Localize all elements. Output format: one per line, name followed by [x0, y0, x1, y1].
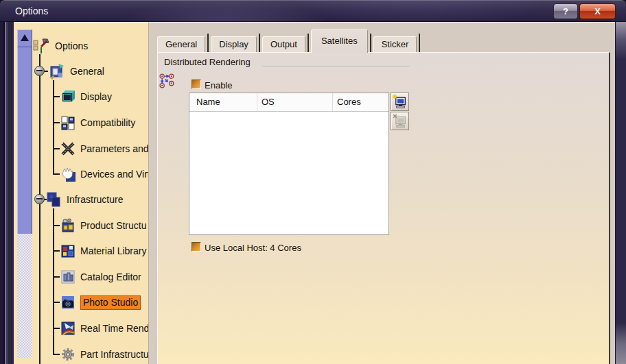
tree-item-infrastructure[interactable]: Infrastructure: [45, 191, 123, 208]
tree-item-part-infrastructure[interactable]: Part Infrastructu: [60, 345, 148, 363]
satellites-table-header: Name OS Cores: [189, 93, 389, 112]
tree-item-product-structure[interactable]: Product Structu: [60, 217, 147, 234]
tree-connector-line: [53, 148, 60, 149]
tree-item-label: Part Infrastructu: [80, 349, 148, 360]
tree-scrollbar: [17, 29, 32, 358]
satellites-tab-page: Distributed Rendering: [157, 52, 610, 364]
tree-item-general[interactable]: General: [48, 62, 104, 80]
expand-handle-general[interactable]: [34, 66, 45, 76]
tree-item-label: Catalog Editor: [80, 271, 141, 282]
enable-checkbox[interactable]: [192, 80, 201, 89]
photo-studio-icon: [60, 294, 76, 311]
devices-vr-icon: [60, 166, 76, 182]
window-title: Options: [15, 5, 48, 16]
options-dialog-window: Options ? X Options: [0, 0, 626, 364]
expand-handle-infrastructure[interactable]: [34, 194, 45, 204]
tab-page-backdrop: General Display Output Satellites Sticke…: [148, 22, 615, 364]
group-title-distributed-rendering: Distributed Rendering: [164, 57, 251, 67]
tree-item-label: Material Library: [80, 245, 146, 256]
tab-strip: General Display Output Satellites Sticke…: [157, 29, 422, 52]
tab-divider: [259, 34, 260, 52]
tab-display[interactable]: Display: [211, 36, 257, 52]
enable-label: Enable: [205, 80, 232, 90]
options-root-icon: [33, 37, 51, 55]
tree-item-label: Devices and Virt: [80, 169, 148, 180]
tab-divider: [207, 34, 209, 52]
options-tree-panel: Options General Display Compatibility Pa…: [14, 22, 148, 364]
tree-connector-line: [53, 225, 60, 226]
tree-connector-line: [53, 96, 60, 97]
product-structure-icon: [60, 217, 76, 234]
tree-connector-line: [53, 328, 60, 329]
tree-connector-line: [53, 173, 60, 175]
distributed-rendering-icon: [159, 73, 175, 89]
remove-satellite-button-disabled: [391, 112, 409, 130]
title-bar[interactable]: Options ? X: [0, 0, 626, 22]
scrollbar-thumb[interactable]: [17, 47, 32, 234]
infrastructure-icon: [45, 191, 62, 208]
add-satellite-button[interactable]: [391, 93, 409, 111]
tree-item-label: Options: [55, 40, 88, 51]
close-button[interactable]: X: [579, 3, 616, 19]
tree-item-label: Infrastructure: [67, 194, 123, 205]
general-icon: [48, 62, 66, 80]
parameters-measure-icon: [60, 141, 76, 157]
satellites-table: Name OS Cores: [189, 93, 389, 235]
tree-branch-line: [53, 80, 54, 175]
tree-connector-line: [53, 354, 60, 355]
tree-item-devices[interactable]: Devices and Virt: [60, 165, 148, 183]
tree-item-real-time-rendering[interactable]: Real Time Rend: [60, 319, 148, 337]
tree-connector-line: [53, 250, 60, 252]
tree-item-catalog-editor[interactable]: Catalog Editor: [60, 268, 141, 286]
tree-item-photo-studio[interactable]: Photo Studio: [60, 293, 141, 311]
material-library-icon: [60, 243, 76, 259]
real-time-rendering-icon: [60, 320, 76, 337]
tab-divider: [419, 34, 420, 52]
column-header-os: OS: [257, 93, 333, 111]
tab-satellites[interactable]: Satellites: [311, 29, 368, 53]
tab-divider: [370, 34, 371, 52]
tree-item-parameters[interactable]: Parameters and: [60, 140, 148, 158]
tree-item-material-library[interactable]: Material Library: [60, 242, 146, 260]
up-arrow-icon: [21, 34, 29, 41]
tab-divider: [308, 34, 309, 52]
tree-connector-line: [53, 122, 60, 123]
tree-branch-line: [53, 208, 54, 355]
window-frame-left: [0, 22, 14, 364]
group-separator-line: [262, 66, 410, 67]
window-frame-right: [615, 22, 626, 364]
tab-general[interactable]: General: [157, 36, 205, 52]
scroll-up-button[interactable]: [17, 29, 32, 47]
tree-connector-line: [53, 302, 60, 303]
part-infrastructure-gear-icon: [60, 346, 76, 363]
tree-item-label: Real Time Rend: [80, 323, 148, 334]
tree-item-label: General: [70, 66, 104, 77]
help-button[interactable]: ?: [553, 3, 578, 19]
catalog-editor-icon: [60, 269, 76, 285]
tree-connector-line: [53, 276, 60, 278]
tree-item-options-root[interactable]: Options: [33, 37, 88, 55]
tab-sticker[interactable]: Sticker: [373, 36, 417, 52]
use-local-host-label: Use Local Host: 4 Cores: [205, 243, 301, 253]
column-header-cores: Cores: [333, 93, 389, 111]
satellites-table-body[interactable]: [189, 112, 389, 236]
compatibility-icon: [60, 114, 76, 131]
tree-item-display[interactable]: Display: [60, 88, 112, 106]
scrollbar-track[interactable]: [17, 234, 32, 358]
tree-item-compatibility[interactable]: Compatibility: [60, 114, 135, 132]
tree-item-label: Display: [80, 91, 112, 102]
tab-output[interactable]: Output: [262, 36, 305, 52]
column-header-name: Name: [189, 93, 257, 111]
use-local-host-checkbox[interactable]: [192, 242, 201, 252]
tree-item-label-selected: Photo Studio: [80, 295, 141, 310]
display-icon: [60, 88, 76, 105]
tree-item-label: Product Structu: [80, 220, 147, 231]
tree-item-label: Parameters and: [80, 143, 148, 154]
tree-item-label: Compatibility: [80, 117, 135, 128]
tree-trunk-line: [39, 54, 40, 364]
